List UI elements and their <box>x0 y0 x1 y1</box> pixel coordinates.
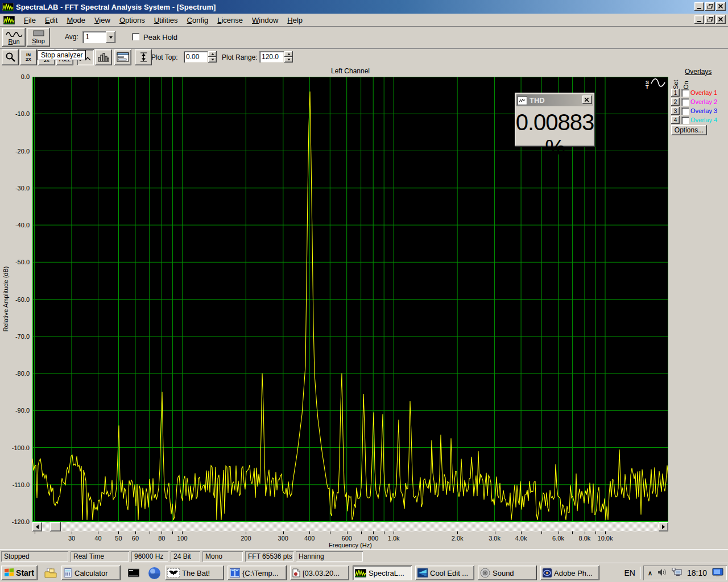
overlay-row: 3Overlay 3 <box>671 106 717 115</box>
console-icon[interactable] <box>126 566 141 580</box>
x-tick-mark <box>361 531 362 534</box>
overlays-panel: Overlays Set On 1Overlay 12Overlay 23Ove… <box>671 67 728 141</box>
system-tray: ∧ 18:10 <box>643 566 727 580</box>
menu-options[interactable]: Options <box>115 15 150 26</box>
x-tick-mark <box>162 531 162 534</box>
zoom-in-2x-button[interactable]: IN 2X <box>20 49 37 65</box>
display-icon[interactable] <box>712 568 723 579</box>
x-tick-mark <box>283 531 284 534</box>
screen: SpectraLAB - FFT Spectral Analysis Syste… <box>0 0 728 582</box>
x-tick-mark <box>35 531 35 534</box>
menu-edit[interactable]: Edit <box>40 15 62 26</box>
status-96000-hz: 96000 Hz <box>131 551 168 562</box>
mdi-minimize-button[interactable] <box>694 15 704 24</box>
mdi-close-button[interactable] <box>716 15 726 24</box>
menu-file[interactable]: File <box>19 15 40 26</box>
start-button[interactable]: Start <box>1 566 38 580</box>
restore-button[interactable] <box>705 2 715 11</box>
thd-window[interactable]: THD 0.00883 % <box>515 93 595 147</box>
overlays-options-button[interactable]: Options... <box>671 125 707 135</box>
main-toolbar: Run Stop Avg: 1 Peak Hold <box>0 27 728 48</box>
run-button[interactable]: Run <box>2 28 26 47</box>
spectrum-window-icon[interactable] <box>3 16 15 24</box>
cool-edit-icon <box>417 568 428 577</box>
menu-mode[interactable]: Mode <box>62 15 90 26</box>
y-tick-label: -60.0 <box>0 296 30 303</box>
x-tick-mark <box>135 531 136 534</box>
menu-config[interactable]: Config <box>183 15 213 26</box>
globe-icon[interactable] <box>147 566 162 580</box>
vertical-scale-button[interactable] <box>135 49 152 65</box>
plot-top-label: Plot Top: <box>151 53 177 61</box>
overlay-on-checkbox-4[interactable] <box>681 117 689 124</box>
language-indicator[interactable]: EN <box>619 567 640 579</box>
y-tick-label: 0.0 <box>0 73 30 80</box>
status-hanning: Hanning <box>296 551 363 562</box>
task-button-the-bat-[interactable]: The Bat! <box>165 566 224 580</box>
thd-titlebar[interactable]: THD <box>516 94 593 106</box>
menu-help[interactable]: Help <box>283 15 307 26</box>
display-options-button[interactable] <box>114 49 131 65</box>
start-label: Start <box>16 568 34 577</box>
minimize-button[interactable] <box>694 2 704 11</box>
menu-items: FileEditModeViewOptionsUtilitiesConfigLi… <box>19 15 307 26</box>
menu-window[interactable]: Window <box>247 15 283 26</box>
plot-range-input[interactable]: 120.0 <box>259 51 284 63</box>
zoom-tool-button[interactable] <box>2 49 19 65</box>
x-tick-label: 2.0k <box>452 535 464 542</box>
task-button--c-temp-[interactable]: {C:\Temp... <box>228 566 287 580</box>
peak-hold-checkbox[interactable] <box>132 33 139 40</box>
volume-icon[interactable] <box>657 568 667 578</box>
task-button-adobe-ph-[interactable]: Adobe Ph... <box>540 566 599 580</box>
task-button--03-03-20-[interactable]: [03.03.20... <box>290 566 349 580</box>
overlay-set-button-3[interactable]: 3 <box>671 107 680 115</box>
run-waveform-icon <box>5 30 23 38</box>
scroll-right-button[interactable] <box>659 522 668 531</box>
network-icon[interactable] <box>672 568 682 578</box>
thd-title: THD <box>530 96 545 105</box>
overlay-set-button-2[interactable]: 2 <box>671 98 680 106</box>
stop-button[interactable]: Stop <box>27 28 50 47</box>
task-button-sound[interactable]: Sound <box>478 566 537 580</box>
x-tick-mark <box>246 531 246 534</box>
task-button-calculator[interactable]: Calculator <box>61 566 121 580</box>
plot-range-spinner[interactable] <box>284 51 293 63</box>
bar-display-mode-button[interactable] <box>95 49 112 65</box>
folder-icon[interactable] <box>43 566 58 580</box>
scrollbar-thumb[interactable] <box>50 522 61 531</box>
x-tick-label: 8.0k <box>579 535 591 542</box>
task-button-label: Adobe Ph... <box>554 569 593 577</box>
menu-license[interactable]: License <box>213 15 247 26</box>
avg-value: 1 <box>82 31 106 43</box>
avg-dropdown-button[interactable] <box>106 31 115 43</box>
x-tick-mark <box>457 531 458 534</box>
close-button[interactable] <box>716 2 726 11</box>
overlay-row: 4Overlay 4 <box>671 115 717 124</box>
file-manager-icon <box>230 568 240 577</box>
bat-icon <box>167 568 180 577</box>
overlay-on-checkbox-1[interactable] <box>681 89 689 97</box>
menu-utilities[interactable]: Utilities <box>150 15 183 26</box>
plot-hscrollbar[interactable] <box>32 522 668 531</box>
hide-icons-chevron[interactable]: ∧ <box>648 569 652 577</box>
thd-window-icon <box>518 96 527 105</box>
x-axis-label: Frequency (Hz) <box>32 542 668 548</box>
avg-combobox[interactable]: 1 <box>82 31 115 43</box>
window-title: SpectraLAB - FFT Spectral Analysis Syste… <box>16 3 216 11</box>
overlay-on-checkbox-3[interactable] <box>681 107 689 115</box>
x-tick-label: 400 <box>304 535 315 542</box>
overlay-set-button-1[interactable]: 1 <box>671 89 680 97</box>
task-button-cool-edit-[interactable]: Cool Edit ... <box>415 566 474 580</box>
plot-top-spinner[interactable] <box>208 51 217 63</box>
plot-top-input[interactable]: 0.00 <box>184 51 208 63</box>
x-tick-mark <box>309 531 310 534</box>
overlay-set-button-4[interactable]: 4 <box>671 116 680 124</box>
clock[interactable]: 18:10 <box>687 568 707 577</box>
menu-view[interactable]: View <box>90 15 115 26</box>
scroll-left-button[interactable] <box>32 522 42 531</box>
thd-close-button[interactable] <box>582 95 592 104</box>
statusbar: StoppedReal Time96000 Hz24 BitMonoFFT 65… <box>0 549 728 563</box>
overlay-on-checkbox-2[interactable] <box>681 98 689 106</box>
mdi-restore-button[interactable] <box>705 15 715 24</box>
task-button-spectral-[interactable]: SpectraL... <box>353 566 412 580</box>
